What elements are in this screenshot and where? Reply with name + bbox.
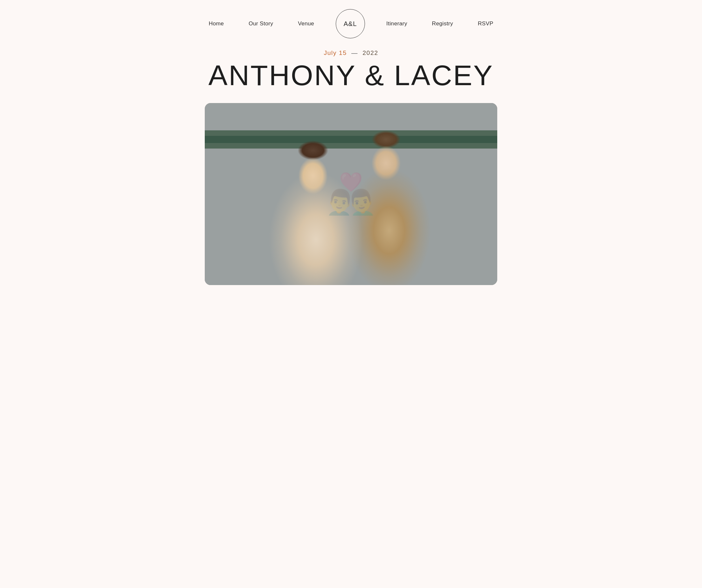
date-line: July 15 — 2022	[0, 49, 702, 56]
couple-title: ANTHONY & LACEY	[0, 60, 702, 91]
nav-itinerary[interactable]: Itinerary	[374, 20, 420, 27]
nav-items: Home Our Story Venue A&L Itinerary Regis…	[19, 9, 683, 38]
nav-logo[interactable]: A&L	[336, 9, 365, 38]
date-month-day: July 15	[324, 49, 347, 56]
nav-our-story[interactable]: Our Story	[236, 20, 286, 27]
photo-container	[198, 103, 504, 285]
nav-rsvp[interactable]: RSVP	[465, 20, 506, 27]
nav-venue[interactable]: Venue	[286, 20, 327, 27]
nav-home[interactable]: Home	[196, 20, 236, 27]
date-separator: —	[351, 49, 358, 56]
date-year: 2022	[363, 49, 378, 56]
couple-photo	[205, 103, 497, 285]
nav-registry[interactable]: Registry	[420, 20, 465, 27]
nav-logo-text: A&L	[344, 20, 357, 28]
navigation: Home Our Story Venue A&L Itinerary Regis…	[0, 0, 702, 43]
